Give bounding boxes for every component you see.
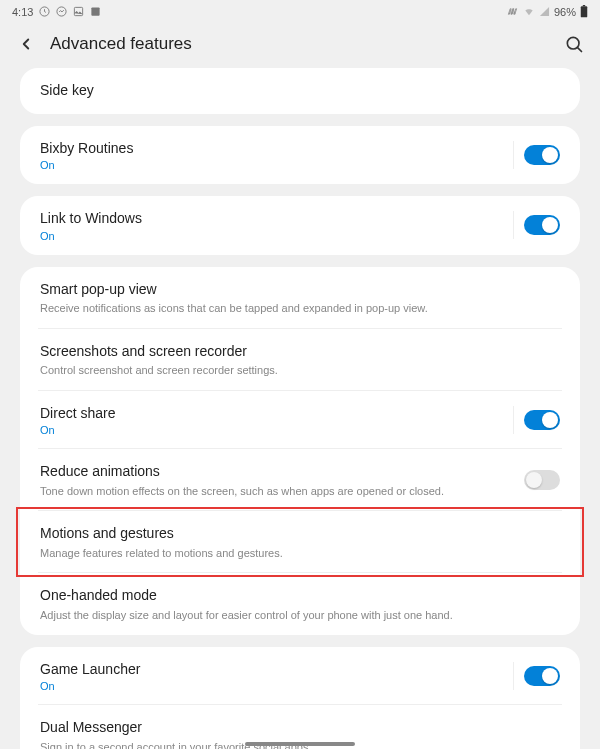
item-subtitle: Manage features related to motions and g… [40, 546, 560, 560]
settings-item[interactable]: Screenshots and screen recorderControl s… [20, 329, 580, 391]
item-text: Link to WindowsOn [40, 209, 513, 242]
item-title: Motions and gestures [40, 524, 560, 544]
svg-rect-2 [75, 7, 83, 15]
toggle-divider [513, 141, 514, 169]
status-time: 4:13 [12, 6, 33, 18]
clock-icon [39, 6, 50, 19]
settings-item[interactable]: Link to WindowsOn [20, 196, 580, 255]
settings-group: Side key [20, 68, 580, 114]
toggle-knob [526, 472, 542, 488]
toggle-wrap [513, 406, 560, 434]
item-text: Direct shareOn [40, 404, 513, 437]
item-status: On [40, 424, 513, 436]
svg-rect-4 [581, 6, 588, 17]
item-text: Motions and gesturesManage features rela… [40, 524, 560, 560]
toggle-knob [542, 217, 558, 233]
settings-group: Smart pop-up viewReceive notifications a… [20, 267, 580, 635]
toggle-switch[interactable] [524, 470, 560, 490]
settings-item[interactable]: Bixby RoutinesOn [20, 126, 580, 185]
settings-list: Side keyBixby RoutinesOnLink to WindowsO… [0, 68, 600, 749]
item-text: Bixby RoutinesOn [40, 139, 513, 172]
item-subtitle: Tone down motion effects on the screen, … [40, 484, 524, 498]
toggle-knob [542, 147, 558, 163]
item-status: On [40, 230, 513, 242]
wifi-icon [523, 6, 535, 19]
chevron-left-icon [17, 35, 35, 53]
toggle-switch[interactable] [524, 666, 560, 686]
settings-group: Bixby RoutinesOn [20, 126, 580, 185]
status-left: 4:13 [12, 6, 101, 19]
battery-percent: 96% [554, 6, 576, 18]
item-title: One-handed mode [40, 586, 560, 606]
search-button[interactable] [564, 34, 584, 54]
toggle-wrap [513, 662, 560, 690]
settings-item[interactable]: Motions and gesturesManage features rela… [20, 511, 580, 573]
settings-item[interactable]: Direct shareOn [20, 391, 580, 450]
search-icon [564, 34, 584, 54]
item-subtitle: Adjust the display size and layout for e… [40, 608, 560, 622]
item-title: Bixby Routines [40, 139, 513, 159]
item-text: Side key [40, 81, 560, 101]
settings-group: Game LauncherOnDual MessengerSign in to … [20, 647, 580, 749]
settings-item[interactable]: Game LauncherOn [20, 647, 580, 706]
page-title: Advanced features [50, 34, 550, 54]
item-text: Reduce animationsTone down motion effect… [40, 462, 524, 498]
toggle-knob [542, 412, 558, 428]
toggle-divider [513, 662, 514, 690]
header: Advanced features [0, 24, 600, 68]
settings-item[interactable]: One-handed modeAdjust the display size a… [20, 573, 580, 635]
item-title: Dual Messenger [40, 718, 560, 738]
item-title: Smart pop-up view [40, 280, 560, 300]
toggle-wrap [513, 211, 560, 239]
app-icon [90, 6, 101, 19]
status-right: 96% [506, 5, 588, 20]
settings-item[interactable]: Side key [20, 68, 580, 114]
item-text: One-handed modeAdjust the display size a… [40, 586, 560, 622]
toggle-divider [513, 406, 514, 434]
item-subtitle: Receive notifications as icons that can … [40, 301, 560, 315]
toggle-switch[interactable] [524, 410, 560, 430]
item-subtitle: Control screenshot and screen recorder s… [40, 363, 560, 377]
item-status: On [40, 680, 513, 692]
status-bar: 4:13 96% [0, 0, 600, 24]
toggle-knob [542, 668, 558, 684]
item-title: Link to Windows [40, 209, 513, 229]
item-text: Smart pop-up viewReceive notifications a… [40, 280, 560, 316]
toggle-switch[interactable] [524, 145, 560, 165]
toggle-wrap [513, 141, 560, 169]
item-text: Game LauncherOn [40, 660, 513, 693]
settings-item[interactable]: Reduce animationsTone down motion effect… [20, 449, 580, 511]
settings-group: Link to WindowsOn [20, 196, 580, 255]
nav-indicator[interactable] [245, 742, 355, 746]
item-title: Side key [40, 81, 560, 101]
item-title: Game Launcher [40, 660, 513, 680]
svg-rect-3 [92, 7, 100, 15]
signal-icon [539, 6, 550, 19]
svg-rect-5 [583, 5, 586, 6]
vibrate-icon [506, 6, 519, 19]
item-title: Screenshots and screen recorder [40, 342, 560, 362]
toggle-divider [513, 211, 514, 239]
battery-icon [580, 5, 588, 20]
back-button[interactable] [16, 34, 36, 54]
gallery-icon [73, 6, 84, 19]
toggle-switch[interactable] [524, 215, 560, 235]
item-title: Direct share [40, 404, 513, 424]
item-text: Screenshots and screen recorderControl s… [40, 342, 560, 378]
svg-line-7 [577, 47, 581, 51]
toggle-wrap [524, 470, 560, 490]
settings-item[interactable]: Smart pop-up viewReceive notifications a… [20, 267, 580, 329]
item-status: On [40, 159, 513, 171]
messenger-icon [56, 6, 67, 19]
item-title: Reduce animations [40, 462, 524, 482]
